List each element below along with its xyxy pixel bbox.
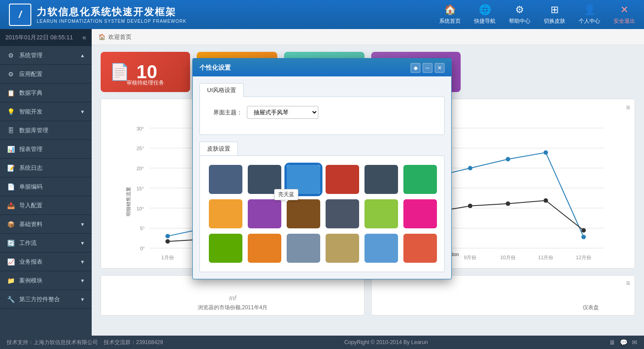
svg-point-27 [165,234,170,238]
workflow-arrow: ▼ [80,240,85,246]
svg-point-36 [506,157,510,161]
user-icon: 👤 [584,4,596,16]
sidebar-toggle[interactable]: « [82,34,86,42]
sidebar-item-basic-data[interactable]: 📦 基础资料 ▼ [0,215,92,234]
sidebar-topbar: 2015年01月22日 08:55:11 « [0,29,92,46]
svg-point-49 [543,198,548,203]
skin-color-green[interactable] [403,165,437,194]
skin-color-charcoal[interactable] [326,199,359,228]
svg-text:明细销售流量: 明细销售流量 [126,187,131,216]
svg-point-50 [581,228,586,232]
app-subtitle: LEARUN INFOMATIZATION SYSTEM DEVELOP FRA… [37,19,186,24]
sidebar-item-smart-dev[interactable]: 💡 智能开发 ▼ [0,102,92,121]
svg-text:10月份: 10月份 [500,255,516,260]
skin-color-grass[interactable] [209,234,242,263]
ui-style-tab[interactable]: UI风格设置 [199,83,244,97]
biz-report-icon: 📈 [7,258,15,266]
skin-color-tan[interactable] [326,234,359,263]
svg-text:11月份: 11月份 [538,255,553,260]
skin-content: 亮天蓝 [199,156,445,272]
skin-color-coral[interactable] [403,234,437,263]
sidebar-item-third-party[interactable]: 🔧 第三方控件整合 ▼ [0,290,92,309]
sidebar-item-app-config[interactable]: ⚙ 应用配置 [0,65,92,84]
footer-support: 技术支持：上海力软信息技术有限公司 技术交流群：239168429 [7,339,163,346]
skin-color-red[interactable] [326,165,359,194]
sidebar-item-syslog[interactable]: 📝 系统日志 [0,159,92,177]
sidebar-item-sys-manage[interactable]: ⚙ 系统管理 ▲ [0,46,92,65]
sidebar-datetime: 2015年01月22日 08:55:11 [5,34,73,42]
footer-desktop-icon[interactable]: 🖥 [609,339,615,346]
sidebar-item-biz-report[interactable]: 📈 业务报表 ▼ [0,252,92,271]
sidebar-item-db-manage[interactable]: 🗄 数据库管理 [0,121,92,140]
sidebar-item-case[interactable]: 📁 案例模块 ▼ [0,271,92,290]
basic-data-icon: 📦 [7,220,15,228]
skin-color-steel-blue[interactable] [209,165,242,194]
personalization-modal: 个性化设置 ◆ ─ ✕ UI风格设置 界面主题： 抽屉式手风琴 皮肤设置 [192,58,452,279]
skin-color-dark-gray[interactable] [364,165,398,194]
ui-style-content: 界面主题： 抽屉式手风琴 [199,97,445,135]
audit-icon: 📄 [110,63,130,81]
card-audit[interactable]: 📄 10 审核待处理任务 [101,52,190,92]
breadcrumb-home-icon: 🏠 [98,34,106,40]
logo-text: 力软信息化系统快速开发框架 LEARUN INFOMATIZATION SYST… [37,5,186,24]
sidebar-item-biz-report-label: 业务报表 [19,258,42,266]
header-nav: 🏠 系统首页 🌐 快捷导航 ⚙ 帮助中心 ⊞ 切换皮肤 👤 个人中心 ✕ 安全退… [439,4,635,25]
nav-user[interactable]: 👤 个人中心 [579,4,600,25]
sidebar-item-app-config-label: 应用配置 [19,70,42,78]
sidebar-item-workflow[interactable]: 🔄 工作流 ▼ [0,234,92,252]
nav-help-label: 帮助中心 [509,17,530,25]
nav-help[interactable]: ⚙ 帮助中心 [509,4,530,25]
modal-close-button[interactable]: ✕ [435,63,445,73]
footer: 技术支持：上海力软信息技术有限公司 技术交流群：239168429 CopyRi… [0,336,644,349]
modal-diamond-button[interactable]: ◆ [411,63,420,73]
footer-qq-group: 技术交流群：239168429 [104,339,163,345]
sidebar-item-data-dict[interactable]: 📋 数据字典 [0,84,92,102]
theme-select[interactable]: 抽屉式手风琴 [247,106,318,119]
gauge-menu-icon[interactable]: ≡ [626,279,630,287]
skin-color-orange[interactable] [209,199,242,228]
modal-content: UI风格设置 界面主题： 抽屉式手风琴 皮肤设置 [193,76,451,279]
skin-tab[interactable]: 皮肤设置 [199,142,238,156]
sidebar-item-report[interactable]: 📊 报表管理 [0,140,92,159]
sidebar-item-single-edit-label: 单据编码 [19,183,42,191]
breadcrumb: 🏠 欢迎首页 [92,29,644,45]
nav-skin[interactable]: ⊞ 切换皮肤 [544,4,565,25]
chart-menu-icon[interactable]: ≡ [626,104,630,112]
skin-color-pink[interactable] [403,199,437,228]
sidebar-item-import[interactable]: 📥 导入配置 [0,196,92,215]
gauge-label: 仪表盘 [583,304,599,311]
skin-color-lime[interactable] [364,199,398,228]
skin-color-deep-orange[interactable] [248,234,281,263]
skin-section: 皮肤设置 [199,142,445,272]
globe-icon: 🌐 [479,4,491,16]
sidebar-item-syslog-label: 系统日志 [19,164,42,172]
sidebar-item-basic-data-label: 基础资料 [19,220,42,228]
browser-chart-section: 浏览器的市场份额,2011年4月 Inf [101,275,364,315]
footer-mail-icon[interactable]: ✉ [632,339,637,346]
home-icon: 🏠 [444,4,456,16]
sys-manage-icon: ⚙ [7,51,15,59]
sidebar-item-case-label: 案例模块 [19,277,42,285]
sidebar-item-single-edit[interactable]: 📄 单据编码 [0,177,92,196]
app-title: 力软信息化系统快速开发框架 [37,5,186,19]
svg-text:5°: 5° [140,226,144,231]
modal-header: 个性化设置 ◆ ─ ✕ [193,59,451,76]
nav-exit[interactable]: ✕ 安全退出 [614,4,635,25]
nav-home[interactable]: 🏠 系统首页 [439,4,461,25]
footer-chat-icon[interactable]: 💬 [620,339,627,346]
skin-color-purple[interactable] [248,199,281,228]
data-dict-icon: 📋 [7,89,15,97]
arrow-down-icon: ▼ [80,109,85,114]
skin-color-slate[interactable] [287,234,320,263]
theme-row: 界面主题： 抽屉式手风琴 [207,106,437,119]
exit-icon: ✕ [620,4,628,16]
workflow-icon: 🔄 [7,239,15,247]
skin-color-brown[interactable] [287,199,320,228]
gear-icon: ⚙ [515,4,524,16]
skin-color-cornflower[interactable] [364,234,398,263]
nav-shortcut[interactable]: 🌐 快捷导航 [474,4,496,25]
modal-minimize-button[interactable]: ─ [423,63,432,73]
footer-copyright: CopyRight © 2010-2014 By Learun [344,339,428,345]
sidebar-item-report-label: 报表管理 [19,145,42,153]
sidebar-item-import-label: 导入配置 [19,202,42,210]
